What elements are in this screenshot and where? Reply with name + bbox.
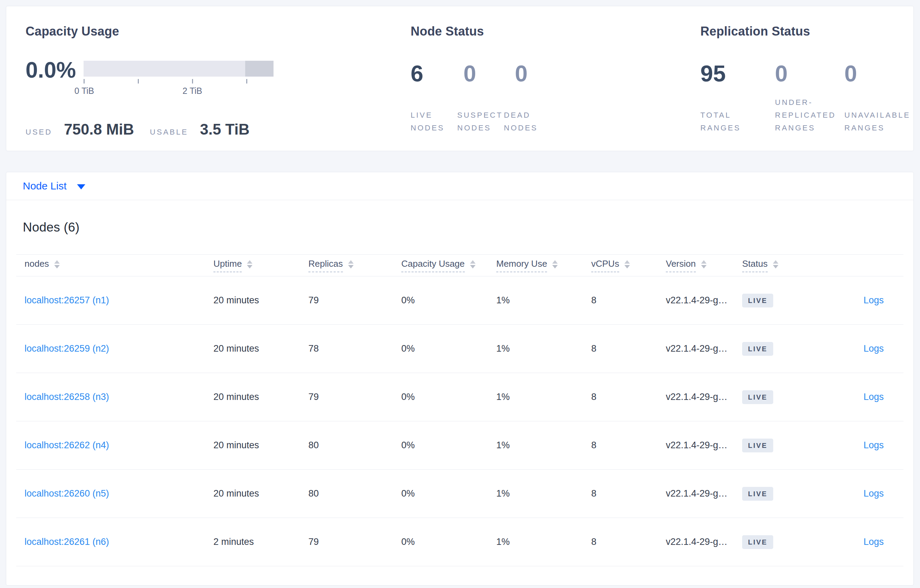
suspect-nodes-count: 0 [463, 58, 515, 89]
status-badge: LIVE [742, 439, 773, 452]
logs-link[interactable]: Logs [863, 440, 884, 451]
nodes-count-heading: Nodes (6) [23, 220, 79, 235]
node-link[interactable]: localhost:26257 (n1) [24, 295, 109, 306]
cluster-overview-page: Capacity Usage 0.0% 0 TiB 2 TiB USED [0, 0, 920, 588]
table-header-row: nodes Uptime Replicas Capacity Usage Mem… [16, 255, 904, 276]
memory-cell: 1% [496, 343, 591, 354]
node-table-body: localhost:26257 (n1) 20 minutes 79 0% 1%… [16, 276, 904, 566]
column-header-uptime[interactable]: Uptime [214, 258, 308, 272]
logs-link[interactable]: Logs [863, 536, 884, 547]
node-link[interactable]: localhost:26262 (n4) [24, 440, 109, 451]
logs-link[interactable]: Logs [863, 295, 884, 306]
logs-link[interactable]: Logs [863, 343, 884, 354]
table-row: localhost:26260 (n5) 20 minutes 80 0% 1%… [16, 470, 904, 518]
column-header-version[interactable]: Version [666, 258, 742, 272]
uptime-cell: 20 minutes [214, 392, 308, 402]
status-badge: LIVE [742, 294, 773, 307]
version-cell: v22.1.4-29-g… [666, 295, 742, 306]
column-header-nodes[interactable]: nodes [16, 258, 214, 272]
axis-tick-label: 2 TiB [183, 86, 202, 96]
capacity-cell: 0% [401, 440, 496, 451]
capacity-bar-chart: 0 TiB 2 TiB [84, 61, 274, 97]
table-row: localhost:26259 (n2) 20 minutes 78 0% 1%… [16, 325, 904, 373]
replicas-cell: 80 [308, 488, 401, 499]
node-list-dropdown-label: Node List [23, 180, 66, 192]
node-list-dropdown[interactable]: Node List [6, 172, 914, 200]
node-list-card: Node List Nodes (6) nodes Uptime Replica… [6, 172, 914, 586]
replicas-cell: 80 [308, 440, 401, 451]
capacity-cell: 0% [401, 536, 496, 547]
logs-link[interactable]: Logs [863, 392, 884, 402]
capacity-usage-title: Capacity Usage [26, 24, 119, 39]
used-label: USED [26, 128, 52, 137]
capacity-axis-labels: 0 TiB 2 TiB [84, 86, 274, 97]
replication-status-panel: Replication Status 95 0 0 TOTAL RANGES U… [700, 6, 915, 151]
uptime-cell: 20 minutes [214, 343, 308, 354]
uptime-cell: 20 minutes [214, 440, 308, 451]
status-badge: LIVE [742, 487, 773, 501]
memory-cell: 1% [496, 536, 591, 547]
replicas-cell: 79 [308, 392, 401, 402]
under-replicated-ranges-count: 0 [775, 58, 844, 89]
unavailable-ranges-count: 0 [844, 58, 920, 89]
node-link[interactable]: localhost:26260 (n5) [24, 488, 109, 499]
replicas-cell: 79 [308, 295, 401, 306]
capacity-usage-panel: Capacity Usage 0.0% 0 TiB 2 TiB USED [26, 6, 385, 151]
vcpus-cell: 8 [591, 488, 666, 499]
node-link[interactable]: localhost:26259 (n2) [24, 343, 109, 354]
usable-value: 3.5 TiB [200, 121, 249, 138]
uptime-cell: 20 minutes [214, 295, 308, 306]
replication-status-title: Replication Status [700, 24, 810, 39]
sort-icon [348, 260, 354, 268]
sort-icon [701, 260, 706, 268]
memory-cell: 1% [496, 488, 591, 499]
version-cell: v22.1.4-29-g… [666, 392, 742, 402]
column-header-memory-use[interactable]: Memory Use [496, 258, 591, 272]
capacity-cell: 0% [401, 392, 496, 402]
version-cell: v22.1.4-29-g… [666, 536, 742, 547]
node-status-title: Node Status [411, 24, 484, 39]
column-header-replicas[interactable]: Replicas [308, 258, 401, 272]
column-header-status[interactable]: Status [742, 258, 815, 272]
dead-nodes-label: DEAD NODES [504, 109, 551, 134]
axis-tick [84, 79, 84, 84]
capacity-cell: 0% [401, 343, 496, 354]
vcpus-cell: 8 [591, 295, 666, 306]
vcpus-cell: 8 [591, 536, 666, 547]
memory-cell: 1% [496, 295, 591, 306]
usable-label: USABLE [150, 128, 188, 137]
cluster-summary-card: Capacity Usage 0.0% 0 TiB 2 TiB USED [6, 6, 914, 151]
logs-link[interactable]: Logs [863, 488, 884, 499]
column-header-capacity-usage[interactable]: Capacity Usage [401, 258, 496, 272]
node-link[interactable]: localhost:26261 (n6) [24, 536, 109, 547]
axis-tick-label: 0 TiB [75, 86, 94, 96]
table-row: localhost:26258 (n3) 20 minutes 79 0% 1%… [16, 373, 904, 421]
node-link[interactable]: localhost:26258 (n3) [24, 392, 109, 402]
node-status-panel: Node Status 6 0 0 LIVE NODES SUSPECT NOD… [411, 6, 652, 151]
axis-tick [192, 79, 193, 84]
table-row: localhost:26261 (n6) 2 minutes 79 0% 1% … [16, 518, 904, 566]
version-cell: v22.1.4-29-g… [666, 440, 742, 451]
column-header-vcpus[interactable]: vCPUs [591, 258, 666, 272]
chevron-down-icon [77, 184, 85, 189]
replication-labels: TOTAL RANGES UNDER-REPLICATED RANGES UNA… [700, 99, 920, 134]
vcpus-cell: 8 [591, 440, 666, 451]
live-nodes-count: 6 [411, 58, 463, 89]
sort-icon [624, 260, 630, 268]
node-status-values: 6 0 0 [411, 58, 573, 89]
uptime-cell: 20 minutes [214, 488, 308, 499]
axis-tick [246, 79, 247, 84]
capacity-used-usable-row: USED 750.8 MiB USABLE 3.5 TiB [26, 121, 249, 138]
uptime-cell: 2 minutes [214, 536, 308, 547]
capacity-reserved-segment [245, 61, 274, 77]
suspect-nodes-label: SUSPECT NODES [457, 109, 504, 134]
capacity-cell: 0% [401, 488, 496, 499]
sort-icon [552, 260, 558, 268]
live-nodes-label: LIVE NODES [411, 109, 457, 134]
replicas-cell: 79 [308, 536, 401, 547]
capacity-axis-ticks [84, 79, 274, 84]
status-badge: LIVE [742, 390, 773, 404]
used-value: 750.8 MiB [64, 121, 134, 138]
vcpus-cell: 8 [591, 392, 666, 402]
vcpus-cell: 8 [591, 343, 666, 354]
